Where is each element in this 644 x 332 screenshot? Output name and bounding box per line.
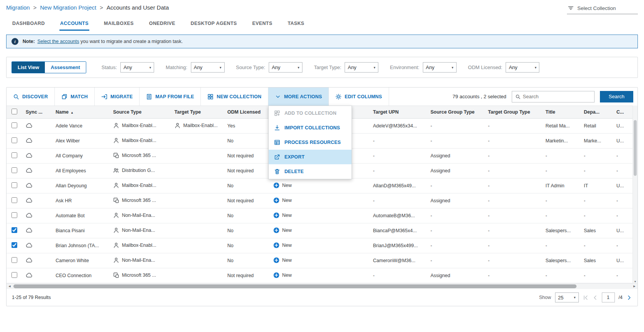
filter-select-source-type[interactable]: Any▾ <box>269 62 302 73</box>
column-header-source-type[interactable]: Source Type <box>109 106 171 119</box>
filter-select-odm-licensed[interactable]: Any▾ <box>506 62 539 73</box>
tab-events[interactable]: EVENTS <box>251 16 273 31</box>
column-header-target-group-type[interactable]: Target Group Type <box>484 106 542 119</box>
cell-target-type <box>171 238 223 253</box>
scroll-right-icon[interactable]: ▶ <box>631 285 637 288</box>
collection-filter[interactable]: Select Collection <box>567 4 638 14</box>
status-label: New <box>282 183 292 188</box>
filter-label: ODM Licensed: <box>468 64 503 70</box>
cell-department: - <box>580 164 613 178</box>
cell-odm-licensed: No <box>223 253 269 268</box>
column-header-c[interactable]: C... <box>613 106 634 119</box>
menu-item-delete[interactable]: DELETE <box>269 164 352 179</box>
row-checkbox[interactable] <box>12 182 17 188</box>
filter-select-matching[interactable]: Any▾ <box>191 62 225 73</box>
tab-tasks[interactable]: TASKS <box>287 16 305 31</box>
view-toggle-list-view[interactable]: List View <box>12 62 45 73</box>
cell-c: U... <box>613 119 634 134</box>
cell-source-type: Mailbox-Enabl... <box>109 238 171 253</box>
next-page-button[interactable] <box>626 295 632 301</box>
toolbar-button-more-actions[interactable]: MORE ACTIONSADD TO COLLECTIONIMPORT COLL… <box>268 88 329 106</box>
row-checkbox[interactable] <box>12 137 17 143</box>
row-checkbox[interactable] <box>12 212 17 218</box>
row-checkbox[interactable] <box>12 272 17 278</box>
menu-item-add-to-collection[interactable]: ADD TO COLLECTION <box>269 106 352 121</box>
toolbar-button-new-collection[interactable]: NEW COLLECTION <box>201 88 268 106</box>
prev-page-button[interactable] <box>592 295 598 301</box>
cell-source-group-type: - <box>427 178 484 193</box>
menu-item-import-collections[interactable]: IMPORT COLLECTIONS <box>269 121 352 135</box>
search-icon <box>515 94 521 99</box>
toolbar-button-migrate[interactable]: MIGRATE <box>95 88 140 106</box>
breadcrumb-item-new-migration-project[interactable]: New Migration Project <box>40 4 96 11</box>
cell-odm-licensed: No <box>223 208 269 223</box>
row-checkbox[interactable] <box>12 257 17 263</box>
vertical-scrollbar-thumb[interactable] <box>634 120 637 176</box>
cell-odm-licensed: No <box>223 223 269 238</box>
menu-item-export[interactable]: EXPORT <box>269 150 352 164</box>
filter-select-environment[interactable]: Any▾ <box>423 62 457 73</box>
tab-accounts[interactable]: ACCOUNTS <box>59 16 89 31</box>
toolbar-button-map-from-file[interactable]: MAP FROM FILE <box>140 88 201 106</box>
column-header-title[interactable]: Title <box>542 106 580 119</box>
cell-name: Brian Johnson (TA... <box>52 238 109 253</box>
vertical-scrollbar[interactable]: ▼ <box>632 106 637 283</box>
cell-select <box>7 253 22 268</box>
column-header-sync[interactable]: Sync ... <box>22 106 52 119</box>
cell-status: New <box>269 178 369 193</box>
row-checkbox[interactable] <box>12 242 17 248</box>
row-checkbox[interactable] <box>12 227 17 233</box>
toolbar-button-discover[interactable]: DISCOVER <box>7 88 55 106</box>
row-checkbox[interactable] <box>12 167 17 173</box>
info-icon: i <box>12 38 18 45</box>
search-button[interactable]: Search <box>600 91 633 102</box>
scroll-left-icon[interactable]: ◀ <box>7 285 13 288</box>
view-toggle-assessment[interactable]: Assessment <box>45 62 86 73</box>
note-banner: i Note: Select the accounts you want to … <box>6 35 638 48</box>
cell-c: - <box>613 208 634 223</box>
breadcrumb-item-migration[interactable]: Migration <box>6 4 30 11</box>
page-size-select[interactable]: 25▾ <box>555 292 579 302</box>
caret-down-icon: ▾ <box>374 66 376 69</box>
horizontal-scrollbar[interactable]: ◀ ▶ <box>7 283 637 289</box>
toolbar-button-label: MATCH <box>71 94 88 99</box>
toolbar-button-edit-columns[interactable]: EDIT COLUMNS <box>329 88 389 106</box>
tab-dashboard[interactable]: DASHBOARD <box>12 16 46 31</box>
column-header-target-type[interactable]: Target Type <box>171 106 223 119</box>
column-header-odm-licensed[interactable]: ODM Licensed <box>223 106 269 119</box>
horizontal-scrollbar-track[interactable] <box>13 284 631 289</box>
page-number-input[interactable] <box>602 292 615 302</box>
filter-select-target-type[interactable]: Any▾ <box>345 62 378 73</box>
cell-title: - <box>542 208 580 223</box>
tab-onedrive[interactable]: ONEDRIVE <box>148 16 176 31</box>
cell-odm-licensed: Not required <box>223 149 269 164</box>
filter-select-status[interactable]: Any▾ <box>120 62 154 73</box>
cell-source-type: Microsoft 365 ... <box>109 193 171 208</box>
cell-title: - <box>542 164 580 178</box>
scroll-down-icon[interactable]: ▼ <box>633 280 637 283</box>
user-icon <box>113 227 119 233</box>
select-all-checkbox[interactable] <box>12 109 17 114</box>
cell-c: - <box>613 164 634 178</box>
cell-name: Ask HR <box>52 193 109 208</box>
horizontal-scrollbar-thumb[interactable] <box>13 284 577 288</box>
tab-desktop-agents[interactable]: DESKTOP AGENTS <box>190 16 238 31</box>
tab-mailboxes[interactable]: MAILBOXES <box>103 16 135 31</box>
row-checkbox[interactable] <box>12 152 17 158</box>
column-header-source-group-type[interactable]: Source Group Type <box>427 106 484 119</box>
menu-item-process-resources[interactable]: PROCESS RESOURCES <box>269 135 352 150</box>
row-checkbox[interactable] <box>12 197 17 203</box>
search-input[interactable] <box>523 94 591 99</box>
filter-funnel-icon <box>568 5 574 11</box>
filter-label: Status: <box>102 64 117 70</box>
first-page-button[interactable] <box>583 295 588 301</box>
note-link[interactable]: Select the accounts <box>37 39 79 44</box>
cloud-sync-icon <box>26 138 33 143</box>
column-header-depa[interactable]: Depa... <box>580 106 613 119</box>
column-header-target-upn[interactable]: Target UPN <box>369 106 427 119</box>
column-header-name[interactable]: Name▲ <box>52 106 109 119</box>
cell-source-type: Mailbox-Enabl... <box>109 119 171 134</box>
toolbar-button-match[interactable]: MATCH <box>55 88 95 106</box>
row-checkbox[interactable] <box>12 122 17 128</box>
filter-label: Target Type: <box>314 64 341 70</box>
